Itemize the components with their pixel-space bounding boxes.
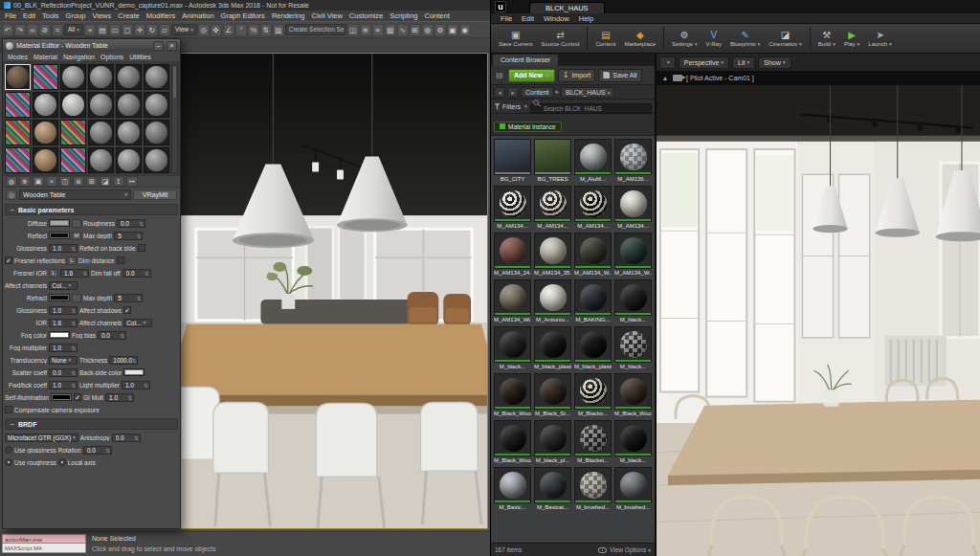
spinner-arrows-icon[interactable] xyxy=(137,233,142,239)
pick-material-icon[interactable]: ◎ xyxy=(6,189,17,200)
asset-item[interactable]: BG_CITY xyxy=(494,139,531,182)
save-current-button[interactable]: ▣Save Current xyxy=(495,29,536,48)
material-sample-slot[interactable] xyxy=(5,92,31,118)
reference-coordinate-dropdown[interactable]: View xyxy=(171,24,197,35)
asset-item[interactable]: M_AM134_Wi... xyxy=(494,279,531,322)
max-viewport[interactable] xyxy=(180,53,488,529)
max-menu-edit[interactable]: Edit xyxy=(20,11,38,20)
import-button[interactable]: Import xyxy=(558,69,596,82)
material-sample-slot[interactable] xyxy=(116,64,142,90)
material-sample-slot[interactable] xyxy=(60,92,86,118)
listener-line-2[interactable]: MAXScript MA xyxy=(2,544,86,553)
show-dropdown[interactable]: Show xyxy=(758,56,791,69)
material-sample-slot[interactable] xyxy=(88,64,114,90)
value-spinner[interactable]: 0.0 xyxy=(112,434,141,442)
asset-item[interactable]: M_AM134... xyxy=(614,186,652,229)
go-forward-icon[interactable]: ↦ xyxy=(126,176,138,187)
asset-item[interactable]: M_AM136... xyxy=(614,139,652,182)
material-sample-slot[interactable] xyxy=(144,92,169,118)
max-menu-customize[interactable]: Customize xyxy=(346,11,386,20)
render-frame-window-icon[interactable]: ▣ xyxy=(447,24,458,36)
spinner-arrows-icon[interactable] xyxy=(139,220,144,227)
material-sample-slot[interactable] xyxy=(33,92,58,118)
ue-menu-file[interactable]: File xyxy=(497,14,516,23)
max-menu-animation[interactable]: Animation xyxy=(179,11,216,20)
asset-item[interactable]: M_AM134... xyxy=(574,186,612,229)
max-menu-content[interactable]: Content xyxy=(421,11,452,20)
ue-menu-window[interactable]: Window xyxy=(540,14,573,23)
spinner-arrows-icon[interactable] xyxy=(71,369,76,376)
spinner-arrows-icon[interactable] xyxy=(71,245,76,252)
asset-item[interactable]: M_black... xyxy=(614,279,652,322)
stop-pilot-icon[interactable]: ▲ xyxy=(661,75,669,82)
spinner-arrows-icon[interactable] xyxy=(120,332,124,339)
save-all-button[interactable]: Save All xyxy=(598,69,641,82)
ue-scene[interactable] xyxy=(657,85,980,556)
content-browser-tab[interactable]: Content Browser xyxy=(493,55,558,66)
align-icon[interactable]: ≋ xyxy=(360,24,371,36)
select-and-scale-icon[interactable]: ▱ xyxy=(159,24,170,36)
value-spinner[interactable]: 0.0 xyxy=(117,219,145,228)
go-to-parent-icon[interactable]: ↥ xyxy=(113,176,124,187)
v-ray-button[interactable]: VV-Ray xyxy=(702,29,725,48)
asset-item[interactable]: M_BAKING... xyxy=(574,279,612,322)
max-menu-views[interactable]: Views xyxy=(89,11,114,20)
map-button[interactable] xyxy=(72,294,81,302)
max-menu-file[interactable]: File xyxy=(2,11,19,20)
max-menu-rendering[interactable]: Rendering xyxy=(269,11,308,20)
percent-snap-icon[interactable]: % xyxy=(248,24,259,36)
value-spinner[interactable]: 0.0 xyxy=(98,331,126,340)
material-name-dropdown[interactable]: Wooden Table xyxy=(19,189,131,200)
max-menu-civil-view[interactable]: Civil View xyxy=(308,11,345,20)
asset-item[interactable]: M_black_pl... xyxy=(534,420,571,463)
select-and-rotate-icon[interactable]: ↻ xyxy=(146,24,158,36)
material-sample-slot[interactable] xyxy=(116,147,142,173)
asset-item[interactable]: BG_TREES xyxy=(534,139,571,182)
select-and-link-icon[interactable]: ∞ xyxy=(27,24,38,36)
select-object-icon[interactable]: ⌖ xyxy=(84,24,96,36)
color-swatch[interactable] xyxy=(49,232,70,239)
spinner-arrows-icon[interactable] xyxy=(145,270,149,277)
snaps-toggle-icon[interactable]: ∠ xyxy=(223,24,234,36)
mirror-icon[interactable]: ◫ xyxy=(347,24,359,36)
slots-scrollbar[interactable] xyxy=(171,64,178,173)
value-spinner[interactable]: 5 xyxy=(114,232,143,240)
edit-named-selections-icon[interactable]: ▥ xyxy=(273,24,284,36)
radio-button[interactable] xyxy=(5,458,12,466)
spinner-snap-icon[interactable]: ⇅ xyxy=(260,24,272,36)
checkbox[interactable] xyxy=(138,244,145,252)
me-menu-material[interactable]: Material xyxy=(32,54,59,60)
me-menu-navigation[interactable]: Navigation xyxy=(61,54,97,60)
material-sample-slot[interactable] xyxy=(144,64,169,90)
breadcrumb-content[interactable]: Content xyxy=(521,87,554,98)
material-sample-slot[interactable] xyxy=(144,120,169,145)
dropdown[interactable]: Col... xyxy=(123,319,152,327)
undo-icon[interactable]: ↶ xyxy=(2,24,13,36)
checkbox[interactable] xyxy=(117,256,124,264)
reset-material-icon[interactable]: × xyxy=(46,176,57,187)
dropdown[interactable]: Col... xyxy=(49,281,78,290)
spinner-arrows-icon[interactable] xyxy=(105,447,110,454)
perspective-dropdown[interactable]: Perspective xyxy=(679,56,729,69)
asset-item[interactable]: M_Black_Woo... xyxy=(614,373,652,416)
spinner-arrows-icon[interactable] xyxy=(71,320,76,326)
value-spinner[interactable]: 0.0 xyxy=(83,446,112,455)
material-editor-titlebar[interactable]: Material Editor - Wooden Table ‒ × xyxy=(3,39,180,52)
put-material-icon[interactable]: ⊕ xyxy=(19,176,31,187)
asset-item[interactable]: M_AM134_W... xyxy=(574,233,612,276)
value-spinner[interactable]: 0.0 xyxy=(122,269,151,278)
asset-item[interactable]: M_black_plastic... xyxy=(574,326,612,369)
select-and-move-icon[interactable]: ✛ xyxy=(134,24,145,36)
material-sample-slot[interactable] xyxy=(5,147,31,173)
value-spinner[interactable]: 1.6 xyxy=(49,319,78,327)
material-instance-filter-chip[interactable]: Material Instance xyxy=(494,122,562,132)
max-menu-group[interactable]: Group xyxy=(63,11,89,20)
map-button[interactable]: L xyxy=(49,269,58,278)
dropdown[interactable]: Microfacet GTR (GGX) xyxy=(5,434,78,442)
value-spinner[interactable]: 0.0 xyxy=(49,368,78,377)
close-button[interactable]: × xyxy=(167,41,177,51)
material-sample-slot[interactable] xyxy=(88,120,114,145)
material-sample-slot[interactable] xyxy=(116,120,142,145)
value-spinner[interactable]: 1.0 xyxy=(122,381,150,389)
material-sample-slot[interactable] xyxy=(60,64,86,90)
